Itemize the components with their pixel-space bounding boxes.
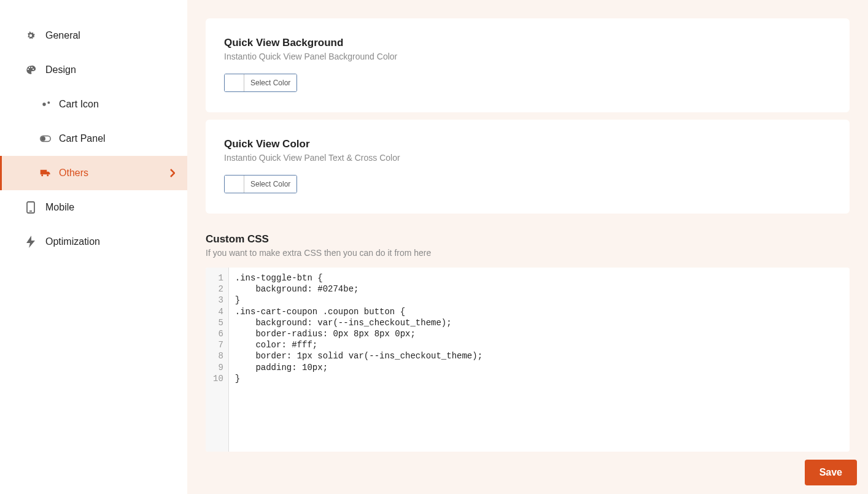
custom-css-title: Custom CSS [206,233,850,245]
color-picker-label: Select Color [244,74,296,91]
code-editor[interactable]: 12345678910 .ins-toggle-btn { background… [206,268,850,452]
card-title: Quick View Background [224,37,831,49]
card-desc: Instantio Quick View Panel Background Co… [224,52,831,61]
sidebar-subitem-label: Cart Panel [59,133,106,144]
sidebar-item-label: General [45,30,80,41]
code-content[interactable]: .ins-toggle-btn { background: #0274be; }… [229,268,850,452]
card-quick-view-background: Quick View Background Instantio Quick Vi… [206,18,850,112]
toggle-icon [39,133,52,145]
sidebar: General Design Cart Icon Cart Panel Othe [0,0,187,494]
card-desc: Instantio Quick View Panel Text & Cross … [224,153,831,163]
sidebar-subitem-cart-panel[interactable]: Cart Panel [0,122,187,156]
color-picker-qv-bg[interactable]: Select Color [224,74,297,92]
card-title: Quick View Color [224,138,831,150]
sidebar-item-optimization[interactable]: Optimization [0,225,187,259]
gears-icon [39,98,52,110]
sidebar-item-design[interactable]: Design [0,53,187,87]
truck-icon [39,167,52,179]
color-swatch[interactable] [225,74,244,91]
color-picker-qv-color[interactable]: Select Color [224,175,297,193]
save-button[interactable]: Save [805,460,857,485]
main-content: Quick View Background Instantio Quick Vi… [187,0,868,494]
custom-css-desc: If you want to make extra CSS then you c… [206,248,850,258]
code-gutter: 12345678910 [206,268,229,452]
sidebar-subitem-cart-icon[interactable]: Cart Icon [0,87,187,122]
sidebar-item-label: Optimization [45,236,100,247]
svg-point-1 [41,137,45,141]
custom-css-section: Custom CSS If you want to make extra CSS… [206,221,850,452]
sidebar-subitem-others[interactable]: Others [0,156,187,190]
sidebar-item-general[interactable]: General [0,18,187,53]
gear-icon [25,29,37,42]
mobile-icon [25,201,37,214]
sidebar-subitem-label: Cart Icon [59,99,99,110]
sidebar-item-label: Mobile [45,202,74,213]
sidebar-item-mobile[interactable]: Mobile [0,190,187,225]
sidebar-item-label: Design [45,64,76,75]
palette-icon [25,64,37,76]
card-quick-view-color: Quick View Color Instantio Quick View Pa… [206,120,850,214]
color-swatch[interactable] [225,176,244,193]
sidebar-subitem-label: Others [59,168,88,179]
bolt-icon [25,236,37,248]
color-picker-label: Select Color [244,176,296,193]
chevron-right-icon [170,169,175,177]
